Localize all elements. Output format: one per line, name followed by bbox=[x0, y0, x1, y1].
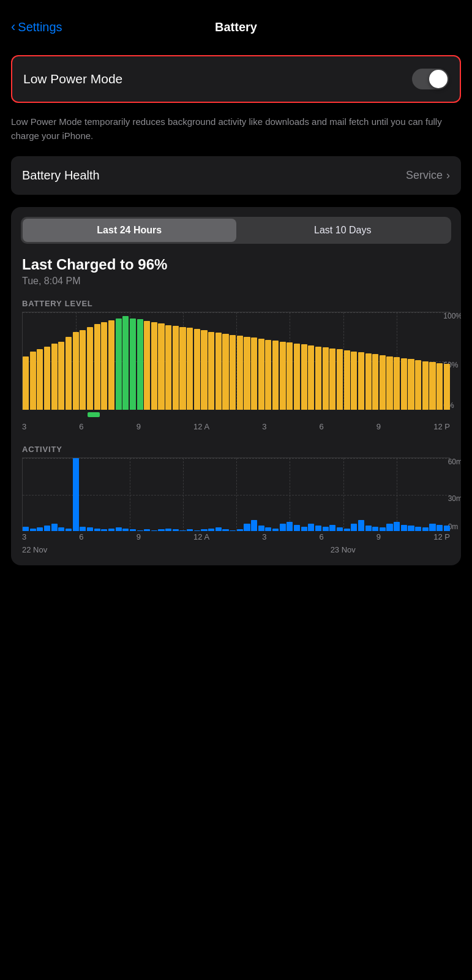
battery-bar-4 bbox=[51, 344, 58, 410]
battery-bar-2 bbox=[37, 349, 43, 410]
activity-bar-19 bbox=[158, 529, 164, 531]
battery-bar-18 bbox=[151, 322, 157, 410]
battery-bar-28 bbox=[222, 334, 228, 410]
battery-bar-1 bbox=[30, 352, 36, 410]
activity-bar-56 bbox=[422, 527, 429, 531]
battery-bar-9 bbox=[87, 327, 93, 410]
act-vgrid-3 bbox=[183, 458, 184, 531]
battery-bar-29 bbox=[230, 335, 236, 410]
activity-bar-6 bbox=[66, 529, 72, 531]
activity-bar-9 bbox=[87, 527, 93, 531]
activity-bar-28 bbox=[222, 529, 228, 531]
battery-bar-36 bbox=[280, 342, 286, 410]
act-x-6: 6 bbox=[79, 532, 83, 541]
activity-bar-54 bbox=[408, 526, 414, 531]
battery-bar-27 bbox=[215, 333, 222, 410]
activity-bar-51 bbox=[386, 524, 392, 531]
battery-bar-37 bbox=[287, 342, 293, 410]
x-label-3am: 3 bbox=[22, 422, 26, 431]
battery-level-label: BATTERY LEVEL bbox=[11, 292, 461, 312]
battery-bar-49 bbox=[372, 354, 378, 410]
activity-bar-14 bbox=[122, 529, 129, 531]
activity-bar-21 bbox=[173, 529, 179, 531]
toggle-knob bbox=[429, 70, 448, 88]
page-title: Battery bbox=[215, 20, 257, 34]
battery-bar-7 bbox=[73, 332, 79, 410]
act-x-12p: 12 P bbox=[433, 532, 450, 541]
tab-last-24-hours[interactable]: Last 24 Hours bbox=[23, 219, 236, 242]
x-label-12a: 12 A bbox=[193, 422, 209, 431]
back-button[interactable]: ‹ Settings bbox=[11, 19, 62, 35]
battery-bar-11 bbox=[101, 322, 107, 410]
battery-bar-22 bbox=[179, 327, 185, 410]
battery-bar-57 bbox=[429, 362, 435, 410]
activity-bar-45 bbox=[344, 529, 350, 531]
act-x-12a: 12 A bbox=[193, 532, 209, 541]
charge-subtitle: Tue, 8:04 PM bbox=[22, 276, 450, 287]
activity-bar-1 bbox=[30, 529, 36, 531]
low-power-mode-toggle[interactable] bbox=[412, 69, 449, 89]
low-power-mode-row[interactable]: Low Power Mode bbox=[11, 55, 461, 103]
activity-bar-49 bbox=[372, 527, 378, 531]
activity-bar-47 bbox=[358, 520, 364, 531]
battery-bar-44 bbox=[337, 349, 343, 410]
battery-health-label: Battery Health bbox=[22, 168, 100, 183]
act-x-6p: 6 bbox=[320, 532, 324, 541]
header: ‹ Settings Battery bbox=[0, 0, 472, 49]
battery-bar-30 bbox=[237, 336, 243, 410]
activity-bar-22 bbox=[179, 530, 185, 531]
x-label-3pm: 3 bbox=[262, 422, 266, 431]
act-vgrid-4 bbox=[236, 458, 237, 531]
activity-bar-20 bbox=[165, 529, 171, 531]
battery-bar-10 bbox=[94, 324, 100, 410]
low-power-mode-section: Low Power Mode bbox=[11, 55, 461, 103]
act-x-9: 9 bbox=[137, 532, 141, 541]
battery-bar-6 bbox=[66, 337, 72, 410]
activity-bar-44 bbox=[337, 527, 343, 531]
battery-bar-21 bbox=[173, 326, 179, 410]
battery-bar-15 bbox=[130, 318, 136, 410]
battery-health-status: Service bbox=[406, 169, 443, 182]
battery-bar-34 bbox=[265, 340, 271, 410]
battery-bar-13 bbox=[116, 318, 122, 410]
activity-bar-18 bbox=[151, 530, 157, 531]
tab-last-10-days[interactable]: Last 10 Days bbox=[236, 219, 450, 242]
x-label-6pm: 6 bbox=[320, 422, 324, 431]
activity-bar-31 bbox=[244, 524, 250, 531]
date-labels: 22 Nov 23 Nov bbox=[11, 541, 461, 554]
low-power-mode-label: Low Power Mode bbox=[23, 72, 122, 86]
battery-bar-58 bbox=[436, 363, 443, 410]
act-vgrid-7 bbox=[397, 458, 397, 531]
battery-bar-41 bbox=[315, 347, 321, 410]
activity-bar-0 bbox=[23, 527, 29, 531]
battery-bar-8 bbox=[80, 330, 86, 410]
x-label-9am: 9 bbox=[137, 422, 141, 431]
act-vgrid-6 bbox=[343, 458, 344, 531]
activity-bar-17 bbox=[144, 529, 150, 531]
activity-bar-37 bbox=[287, 522, 293, 531]
battery-health-row[interactable]: Battery Health Service › bbox=[11, 156, 461, 195]
green-dot-indicator bbox=[88, 412, 100, 417]
activity-bar-13 bbox=[116, 527, 122, 531]
battery-bar-25 bbox=[201, 330, 207, 410]
battery-bar-45 bbox=[344, 350, 350, 410]
activity-bar-4 bbox=[51, 524, 58, 531]
battery-bar-54 bbox=[408, 359, 414, 410]
battery-bar-48 bbox=[365, 353, 372, 410]
activity-label: ACTIVITY bbox=[11, 437, 461, 458]
activity-bar-53 bbox=[401, 525, 407, 531]
battery-bar-31 bbox=[244, 337, 250, 410]
battery-bar-46 bbox=[351, 352, 357, 410]
act-grid-mid bbox=[23, 495, 450, 496]
battery-health-right: Service › bbox=[406, 169, 450, 182]
activity-bar-43 bbox=[329, 525, 335, 531]
activity-bar-40 bbox=[308, 524, 314, 531]
x-label-6am: 6 bbox=[79, 422, 83, 431]
act-grid-top bbox=[23, 458, 450, 459]
grid-line-top bbox=[23, 312, 450, 313]
battery-bar-26 bbox=[208, 332, 214, 410]
battery-bar-39 bbox=[301, 344, 307, 410]
activity-bar-3 bbox=[44, 526, 50, 531]
battery-bar-19 bbox=[158, 323, 164, 410]
activity-bar-29 bbox=[230, 530, 236, 531]
